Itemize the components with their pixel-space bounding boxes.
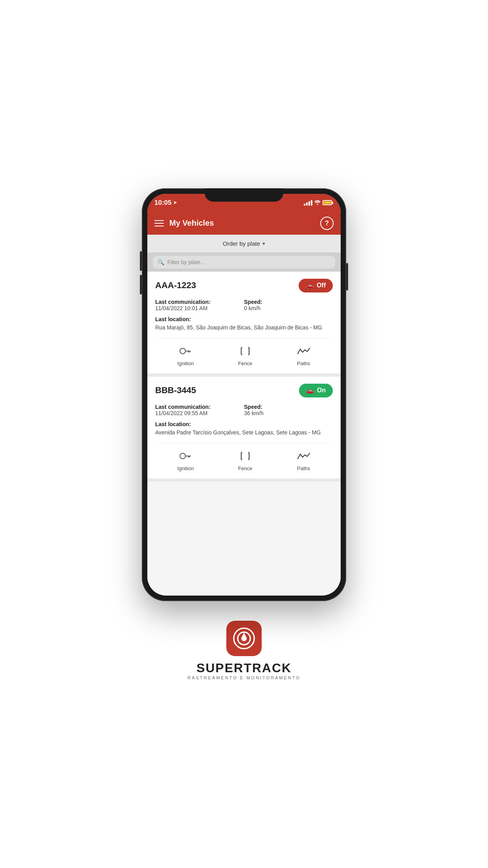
svg-point-1: [180, 348, 185, 354]
last-comm-label-2: Last communication: 11/04/2022 09:55 AM: [155, 404, 244, 416]
last-location-1: Last location: Rua Marajó, 85, São Joaqu…: [155, 316, 333, 332]
supertrack-logo-icon: [232, 626, 256, 651]
hamburger-menu-button[interactable]: [154, 220, 164, 226]
key-icon-2: [178, 449, 193, 463]
vol-up-button[interactable]: [140, 251, 142, 271]
plate-aaa1223: AAA-1223: [155, 280, 196, 291]
sort-label: Order by plate: [223, 240, 260, 247]
car-icon-2: 🚗: [306, 387, 314, 394]
phone-shell: 10:05 ➤: [142, 188, 346, 601]
header-title: My Vehicles: [169, 219, 315, 228]
speed-info-2: Speed: 36 km/h: [244, 404, 333, 416]
sort-order-button[interactable]: Order by plate ▾: [223, 240, 265, 247]
last-location-2: Last location: Avenida Padre Tarcísio Go…: [155, 421, 333, 437]
plate-bbb3445: BBB-3445: [155, 385, 196, 395]
logo-main-text: SUPERTRACK: [187, 661, 301, 675]
time-display: 10:05: [154, 199, 171, 207]
paths-button-2[interactable]: Paths: [297, 449, 311, 471]
paths-label-1: Paths: [297, 360, 310, 366]
fence-icon-1: [238, 344, 252, 358]
power-button[interactable]: [346, 263, 348, 291]
ignition-button-2[interactable]: Ignition: [177, 449, 194, 471]
paths-label-2: Paths: [297, 465, 310, 471]
logo-text-wrap: SUPERTRACK RASTREAMENTO E MONITORAMENTO: [187, 661, 301, 680]
status-time: 10:05 ➤: [154, 199, 177, 207]
card-top-row-2: BBB-3445 🚗 On: [155, 384, 333, 397]
ignition-label-1: Ignition: [177, 360, 194, 366]
status-badge-on-2: 🚗 On: [299, 384, 333, 397]
speed-info-1: Speed: 0 km/h: [244, 299, 333, 311]
vehicle-card-1: AAA-1223 🚗 Off Last communication: 11/04…: [147, 272, 341, 377]
svg-point-11: [241, 636, 247, 641]
logo-icon-wrap: [226, 621, 262, 656]
paths-button-1[interactable]: Paths: [297, 344, 311, 366]
fence-button-2[interactable]: Fence: [238, 449, 252, 471]
fence-label-2: Fence: [238, 465, 252, 471]
svg-marker-12: [242, 633, 246, 636]
info-grid-1: Last communication: 11/04/2022 10:01 AM …: [155, 299, 333, 311]
help-button[interactable]: ?: [320, 217, 334, 230]
paths-icon-1: [297, 344, 311, 358]
wifi-icon: [314, 200, 321, 206]
search-icon: 🔍: [158, 259, 164, 265]
sort-bar: Order by plate ▾: [147, 235, 341, 253]
action-row-1: Ignition Fence: [155, 338, 333, 373]
vehicle-card-2: BBB-3445 🚗 On Last communication: 11/04/…: [147, 377, 341, 482]
status-label-2: On: [317, 387, 326, 394]
battery-icon: ⚡: [323, 200, 332, 205]
card-top-row-1: AAA-1223 🚗 Off: [155, 279, 333, 292]
paths-icon-2: [297, 449, 311, 463]
vol-down-button[interactable]: [140, 275, 142, 294]
status-label-1: Off: [317, 282, 326, 289]
status-badge-off-1: 🚗 Off: [299, 279, 333, 292]
page-wrapper: 10:05 ➤: [0, 0, 488, 868]
logo-section: SUPERTRACK RASTREAMENTO E MONITORAMENTO: [187, 621, 301, 680]
ignition-button-1[interactable]: Ignition: [177, 344, 194, 366]
last-comm-label-1: Last communication: 11/04/2022 10:01 AM: [155, 299, 244, 311]
search-bar-container: 🔍 Filter by plate...: [147, 253, 341, 272]
svg-point-5: [180, 453, 185, 459]
fence-label-1: Fence: [238, 360, 252, 366]
ignition-label-2: Ignition: [177, 465, 194, 471]
car-icon-1: 🚗: [306, 282, 314, 289]
fence-button-1[interactable]: Fence: [238, 344, 252, 366]
svg-point-0: [317, 204, 318, 205]
key-icon-1: [178, 344, 193, 358]
vehicles-scroll-area[interactable]: AAA-1223 🚗 Off Last communication: 11/04…: [147, 272, 341, 596]
app-header: My Vehicles ?: [147, 212, 341, 235]
status-icons: ⚡: [304, 200, 332, 206]
location-arrow-icon: ➤: [173, 200, 177, 205]
search-input-wrap[interactable]: 🔍 Filter by plate...: [153, 256, 335, 268]
signal-icon: [304, 200, 312, 206]
logo-sub-text: RASTREAMENTO E MONITORAMENTO: [187, 675, 301, 680]
chevron-down-icon: ▾: [262, 241, 265, 246]
question-mark-icon: ?: [325, 219, 329, 227]
fence-icon-2: [238, 449, 252, 463]
action-row-2: Ignition Fence: [155, 443, 333, 478]
info-grid-2: Last communication: 11/04/2022 09:55 AM …: [155, 404, 333, 416]
status-bar: 10:05 ➤: [147, 194, 341, 212]
phone-screen: 10:05 ➤: [147, 194, 341, 596]
search-input[interactable]: Filter by plate...: [167, 259, 205, 265]
